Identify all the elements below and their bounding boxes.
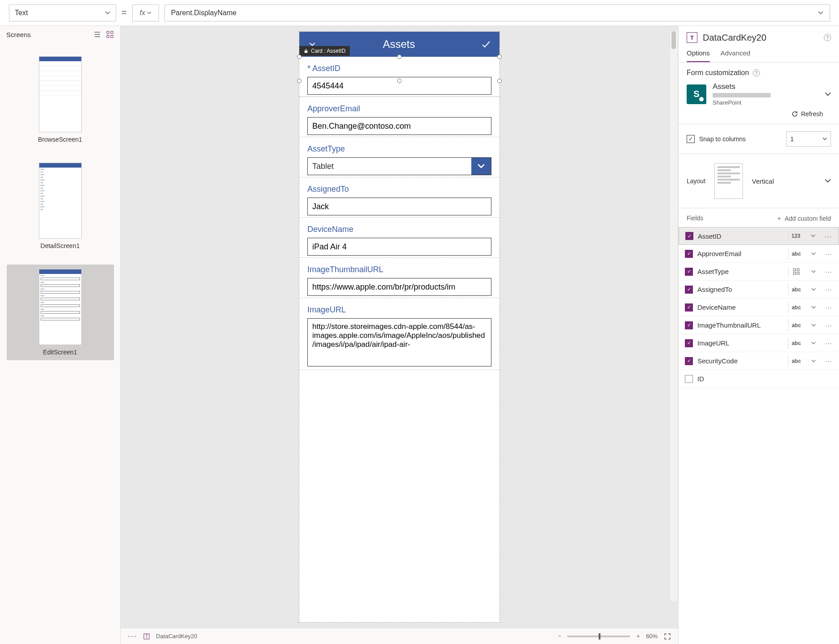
help-icon[interactable]: ? — [753, 69, 760, 76]
screen-name: BrowseScreen1 — [38, 136, 82, 143]
zoom-slider[interactable] — [567, 636, 630, 637]
field-type-icon[interactable]: abc — [788, 284, 804, 295]
field-name: DeviceName — [697, 303, 784, 311]
fx-label: fx — [139, 9, 145, 17]
zoom-in-button[interactable]: + — [636, 633, 640, 640]
card-input[interactable]: http://store.storeimages.cdn-apple.com/8… — [307, 318, 491, 366]
field-checkbox[interactable]: ✓ — [685, 321, 693, 329]
plus-icon: ＋ — [776, 215, 782, 223]
field-type-icon[interactable]: abc — [788, 320, 804, 331]
field-row[interactable]: ✓AssetType··· — [679, 263, 839, 281]
chevron-down-icon[interactable] — [809, 341, 818, 345]
chevron-down-icon[interactable] — [809, 359, 818, 363]
data-card[interactable]: ImageURLhttp://store.storeimages.cdn-app… — [299, 298, 499, 370]
field-row[interactable]: ✓SecurityCodeabc··· — [679, 352, 839, 370]
tab-advanced[interactable]: Advanced — [721, 46, 751, 62]
card-select[interactable]: Tablet — [307, 157, 491, 175]
chevron-down-icon[interactable] — [809, 323, 818, 328]
card-input[interactable] — [307, 117, 491, 135]
chevron-down-icon[interactable] — [471, 158, 491, 175]
field-type-icon[interactable] — [788, 266, 804, 278]
add-custom-field-button[interactable]: ＋ Add custom field — [776, 215, 831, 223]
chevron-down-icon[interactable] — [825, 91, 831, 97]
field-checkbox[interactable]: ✓ — [685, 268, 693, 276]
field-type-icon[interactable]: abc — [788, 248, 804, 260]
refresh-button[interactable]: Refresh — [687, 106, 831, 118]
field-row[interactable]: ✓DeviceNameabc··· — [679, 299, 839, 316]
chevron-down-icon[interactable] — [809, 287, 818, 292]
data-card[interactable]: AssetTypeTablet — [299, 137, 499, 177]
field-type-icon[interactable]: abc — [788, 302, 804, 313]
field-type-icon[interactable]: abc — [788, 337, 804, 349]
data-card[interactable]: AssignedTo — [299, 177, 499, 218]
snap-checkbox[interactable]: ✓ — [687, 135, 695, 143]
canvas-area: Assets Card : AssetID AssetIDApproverEma… — [121, 26, 678, 644]
more-icon[interactable]: ··· — [822, 232, 834, 240]
field-name: ImageThumbnailURL — [697, 321, 784, 329]
fx-button[interactable]: fx — [132, 4, 159, 21]
snap-columns-select[interactable]: 1 — [786, 131, 831, 147]
data-card[interactable]: DeviceName — [299, 218, 499, 258]
more-icon[interactable]: ··· — [823, 339, 835, 347]
canvas-scrollbar[interactable] — [670, 31, 677, 601]
screen-thumbnail[interactable]: labellabellabellabellabellabellabelEditS… — [7, 265, 114, 360]
chevron-down-icon[interactable] — [809, 252, 818, 256]
more-button[interactable]: ··· — [128, 631, 137, 641]
screen-thumbnail[interactable]: labelvallabelvallabelvallabelvallabelval… — [7, 158, 114, 254]
field-type-icon[interactable]: 123 — [788, 230, 804, 242]
field-row[interactable]: ✓AssignedToabc··· — [679, 281, 839, 299]
chevron-down-icon[interactable] — [808, 234, 818, 238]
chevron-down-icon[interactable] — [809, 269, 818, 274]
more-icon[interactable]: ··· — [823, 250, 835, 257]
help-icon[interactable]: ? — [824, 34, 831, 41]
svg-rect-1 — [111, 31, 113, 34]
field-row[interactable]: ✓ImageThumbnailURLabc··· — [679, 316, 839, 334]
field-type-icon[interactable]: abc — [788, 355, 804, 367]
card-label: ApproverEmail — [307, 104, 491, 114]
data-card[interactable]: ApproverEmail — [299, 97, 499, 137]
list-view-icon[interactable] — [93, 30, 101, 38]
field-checkbox[interactable]: ✓ — [685, 339, 693, 347]
chevron-down-icon — [147, 11, 151, 15]
more-icon[interactable]: ··· — [823, 268, 835, 275]
card-input[interactable] — [307, 278, 491, 296]
tab-options[interactable]: Options — [687, 46, 710, 62]
field-checkbox[interactable]: ✓ — [685, 357, 693, 365]
field-row[interactable]: ✓ImageURLabc··· — [679, 334, 839, 352]
card-label: AssignedTo — [307, 185, 491, 194]
screen-thumbnail[interactable]: BrowseScreen1 — [7, 52, 114, 147]
card-input[interactable] — [307, 238, 491, 256]
fit-screen-icon[interactable] — [664, 633, 671, 640]
submit-icon[interactable] — [481, 39, 491, 50]
field-row[interactable]: ✓ID — [679, 370, 839, 388]
more-icon[interactable]: ··· — [823, 357, 835, 365]
data-card[interactable]: ImageThumbnailURL — [299, 258, 499, 298]
datasource-name: Assets — [713, 82, 818, 91]
more-icon[interactable]: ··· — [823, 286, 835, 293]
field-row[interactable]: ✓ApproverEmailabc··· — [679, 245, 839, 263]
grid-view-icon[interactable] — [106, 30, 114, 38]
field-checkbox[interactable]: ✓ — [685, 232, 693, 240]
svg-rect-0 — [107, 31, 109, 34]
field-checkbox[interactable]: ✓ — [685, 375, 693, 383]
card-label: DeviceName — [307, 225, 491, 234]
svg-rect-7 — [793, 269, 796, 271]
field-row[interactable]: ✓AssetID123··· — [679, 227, 839, 245]
property-dropdown[interactable]: Text — [9, 4, 116, 21]
svg-rect-2 — [107, 35, 109, 38]
layout-select[interactable]: Vertical — [752, 177, 831, 185]
card-input[interactable] — [307, 198, 491, 215]
more-icon[interactable]: ··· — [823, 303, 835, 311]
chevron-down-icon[interactable] — [809, 305, 818, 310]
data-card[interactable]: AssetID — [299, 57, 499, 97]
field-checkbox[interactable]: ✓ — [685, 303, 693, 311]
breadcrumb-text: DataCardKey20 — [156, 633, 197, 640]
formula-input[interactable]: Parent.DisplayName — [164, 4, 830, 21]
tooltip-text: Card : AssetID — [311, 48, 345, 54]
field-checkbox[interactable]: ✓ — [685, 286, 693, 294]
device-preview[interactable]: Assets Card : AssetID AssetIDApproverEma… — [299, 31, 500, 623]
more-icon[interactable]: ··· — [823, 321, 835, 329]
field-checkbox[interactable]: ✓ — [685, 250, 693, 258]
zoom-out-button[interactable]: − — [558, 633, 562, 640]
fields-label: Fields — [687, 215, 703, 223]
